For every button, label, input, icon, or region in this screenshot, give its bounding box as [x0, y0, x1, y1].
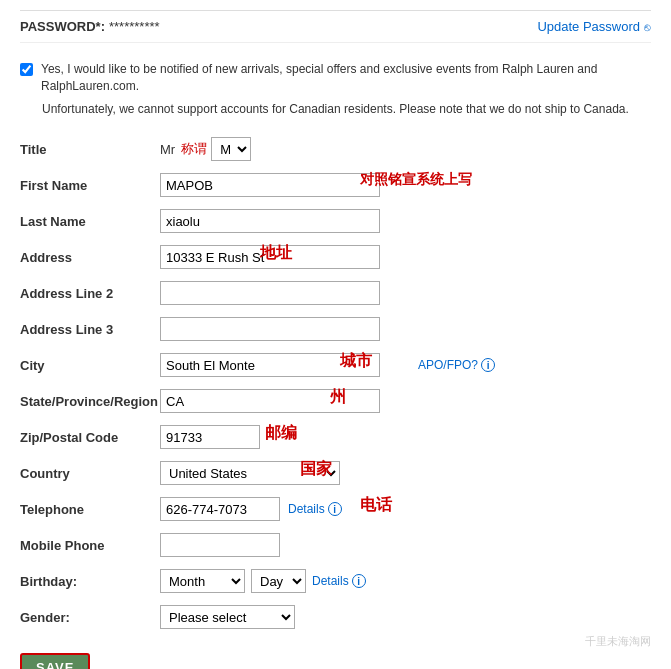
- lastname-label: Last Name: [20, 214, 160, 229]
- password-value: **********: [109, 19, 160, 34]
- birthday-details-text: Details: [312, 574, 349, 588]
- country-dropdown[interactable]: United States Canada United Kingdom Aust…: [160, 461, 340, 485]
- address-input[interactable]: [160, 245, 380, 269]
- city-row: City 城市 APO/FPO? i: [20, 351, 651, 379]
- birthday-field: Month January February March April May J…: [160, 569, 651, 593]
- telephone-info-icon[interactable]: i: [328, 502, 342, 516]
- telephone-label: Telephone: [20, 502, 160, 517]
- external-link-icon: ⎋: [644, 21, 651, 33]
- notification-checkbox[interactable]: [20, 63, 33, 76]
- mobile-row: Mobile Phone: [20, 531, 651, 559]
- title-field: Mr 称谓 Mr Mrs Ms Miss Dr: [160, 137, 651, 161]
- apo-link[interactable]: APO/FPO? i: [418, 358, 495, 372]
- mobile-input[interactable]: [160, 533, 280, 557]
- address-label: Address: [20, 250, 160, 265]
- address-row: Address 地址: [20, 243, 651, 271]
- telephone-row: Telephone Details i 电话: [20, 495, 651, 523]
- update-password-link[interactable]: Update Password ⎋: [537, 19, 651, 34]
- zip-input[interactable]: [160, 425, 260, 449]
- title-select-wrapper: Mr 称谓 Mr Mrs Ms Miss Dr: [160, 137, 251, 161]
- birthday-row: Birthday: Month January February March A…: [20, 567, 651, 595]
- birthday-details-link[interactable]: Details i: [312, 574, 366, 588]
- address2-input[interactable]: [160, 281, 380, 305]
- title-dropdown[interactable]: Mr Mrs Ms Miss Dr: [211, 137, 251, 161]
- state-row: State/Province/Region 州: [20, 387, 651, 415]
- country-label: Country: [20, 466, 160, 481]
- address3-field: [160, 317, 651, 341]
- mobile-label: Mobile Phone: [20, 538, 160, 553]
- gender-label: Gender:: [20, 610, 160, 625]
- address-field: 地址: [160, 245, 651, 269]
- gender-row: Gender: Please select Male Female: [20, 603, 651, 631]
- month-dropdown[interactable]: Month January February March April May J…: [160, 569, 245, 593]
- address2-row: Address Line 2: [20, 279, 651, 307]
- notification-row: Yes, I would like to be notified of new …: [20, 61, 651, 95]
- apo-text: APO/FPO?: [418, 358, 478, 372]
- city-field: 城市 APO/FPO? i: [160, 353, 651, 377]
- zip-annotation: 邮编: [265, 423, 297, 444]
- title-mr-text: Mr: [160, 142, 175, 157]
- password-label: PASSWORD*:: [20, 19, 105, 34]
- zip-field: 邮编: [160, 425, 651, 449]
- zip-label: Zip/Postal Code: [20, 430, 160, 445]
- title-row: Title Mr 称谓 Mr Mrs Ms Miss Dr: [20, 135, 651, 163]
- canada-note: Unfortunately, we cannot support account…: [42, 101, 651, 118]
- telephone-annotation: 电话: [360, 495, 392, 516]
- state-input[interactable]: [160, 389, 380, 413]
- city-label: City: [20, 358, 160, 373]
- country-field: United States Canada United Kingdom Aust…: [160, 461, 651, 485]
- state-field: 州: [160, 389, 651, 413]
- title-label: Title: [20, 142, 160, 157]
- birthday-info-icon[interactable]: i: [352, 574, 366, 588]
- state-label: State/Province/Region: [20, 394, 160, 409]
- day-dropdown[interactable]: Day 12345 678910 1112131415 1617181920 2…: [251, 569, 306, 593]
- lastname-row: Last Name: [20, 207, 651, 235]
- telephone-field: Details i 电话: [160, 497, 651, 521]
- address3-row: Address Line 3: [20, 315, 651, 343]
- password-row: PASSWORD*: ********** Update Password ⎋: [20, 10, 651, 43]
- apo-info-icon[interactable]: i: [481, 358, 495, 372]
- update-password-text: Update Password: [537, 19, 640, 34]
- address2-field: [160, 281, 651, 305]
- gender-field: Please select Male Female: [160, 605, 651, 629]
- telephone-details-text: Details: [288, 502, 325, 516]
- firstname-row: First Name 对照铭宣系统上写: [20, 171, 651, 199]
- birthday-label: Birthday:: [20, 574, 160, 589]
- address3-input[interactable]: [160, 317, 380, 341]
- save-button[interactable]: SAVE: [20, 653, 90, 669]
- mobile-field: [160, 533, 651, 557]
- zip-row: Zip/Postal Code 邮编: [20, 423, 651, 451]
- notification-section: Yes, I would like to be notified of new …: [20, 55, 651, 123]
- telephone-details-link[interactable]: Details i: [288, 502, 342, 516]
- form-section: Title Mr 称谓 Mr Mrs Ms Miss Dr First Name: [20, 135, 651, 669]
- address3-label: Address Line 3: [20, 322, 160, 337]
- lastname-input[interactable]: [160, 209, 380, 233]
- firstname-field: 对照铭宣系统上写: [160, 173, 651, 197]
- lastname-field: [160, 209, 651, 233]
- gender-dropdown[interactable]: Please select Male Female: [160, 605, 295, 629]
- address2-label: Address Line 2: [20, 286, 160, 301]
- firstname-input[interactable]: [160, 173, 380, 197]
- country-row: Country United States Canada United King…: [20, 459, 651, 487]
- telephone-input[interactable]: [160, 497, 280, 521]
- firstname-label: First Name: [20, 178, 160, 193]
- notification-text: Yes, I would like to be notified of new …: [41, 61, 651, 95]
- title-chinese-text: 称谓: [181, 140, 207, 158]
- city-input[interactable]: [160, 353, 380, 377]
